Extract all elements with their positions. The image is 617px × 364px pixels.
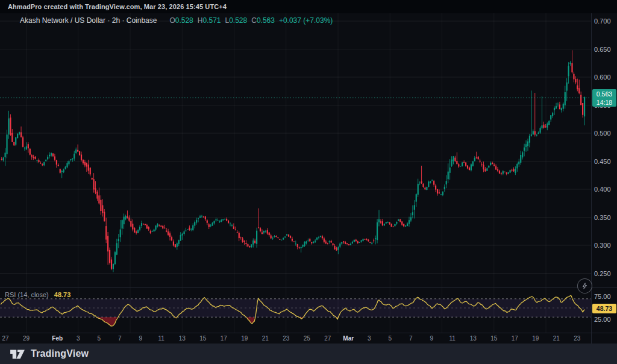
attribution-bar: AhmadPro created with TradingView.com, M… xyxy=(0,0,617,13)
bar-countdown: 14:18 xyxy=(592,98,616,107)
tradingview-brand-text[interactable]: TradingView xyxy=(31,348,89,359)
open-label: O xyxy=(169,16,175,25)
rsi-value-badge: 48.73 xyxy=(592,304,616,313)
high-value: 0.571 xyxy=(202,16,221,25)
pane-divider[interactable] xyxy=(0,287,617,288)
tradingview-logo-icon[interactable] xyxy=(10,347,25,360)
last-price-badge: 0.563 14:18 xyxy=(592,89,616,107)
chart-canvas[interactable] xyxy=(0,0,617,364)
tradingview-chart-snapshot: 0.7000.6500.6000.5500.5000.4500.4000.350… xyxy=(0,0,617,364)
rsi-title: RSI xyxy=(5,291,16,298)
lightning-icon xyxy=(580,281,589,290)
rsi-indicator-legend: RSI (14, close) 48.73 xyxy=(5,291,70,298)
symbol-title: Akash Network / US Dollar · 2h · Coinbas… xyxy=(20,16,157,25)
last-price-value: 0.563 xyxy=(592,90,616,98)
close-value: 0.563 xyxy=(257,16,275,25)
price-axis-divider[interactable] xyxy=(591,13,592,344)
attribution-text: AhmadPro created with TradingView.com, M… xyxy=(8,3,227,10)
rsi-params: (14, close) xyxy=(17,291,48,298)
low-value: 0.528 xyxy=(229,16,247,25)
rsi-current-value: 48.73 xyxy=(54,291,71,298)
change-value: +0.037 (+7.03%) xyxy=(279,16,333,25)
time-axis-divider xyxy=(0,333,617,333)
lightning-button[interactable] xyxy=(577,278,592,293)
open-value: 0.528 xyxy=(175,16,193,25)
footer-bar: TradingView xyxy=(0,344,617,364)
close-label: C xyxy=(251,16,257,25)
symbol-legend: Akash Network / US Dollar · 2h · Coinbas… xyxy=(20,16,333,25)
